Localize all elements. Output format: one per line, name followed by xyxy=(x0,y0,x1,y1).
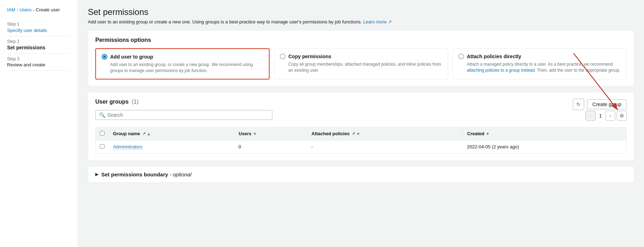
prev-page-button[interactable]: ‹ xyxy=(586,111,595,121)
option-add-to-group[interactable]: Add user to group Add user to an existin… xyxy=(95,48,270,79)
sidebar: IAM › Users › Create user Step 1 Specify… xyxy=(0,0,78,247)
option-attach-directly-label: Attach policies directly xyxy=(467,54,521,59)
option-copy-permissions[interactable]: Copy permissions Copy all group membersh… xyxy=(274,48,448,79)
radio-copy-permissions xyxy=(280,54,286,59)
breadcrumb-current: Create user xyxy=(36,7,60,12)
sidebar-step3: Step 3 Review and create xyxy=(7,54,70,71)
refresh-button[interactable]: ↻ xyxy=(573,99,584,110)
breadcrumb-sep1: › xyxy=(17,7,18,12)
page-description: Add user to an existing group or create … xyxy=(88,19,634,24)
spacer xyxy=(88,188,634,247)
create-group-button[interactable]: Create group xyxy=(587,99,627,109)
breadcrumb: IAM › Users › Create user xyxy=(7,7,70,12)
sidebar-step2: Step 2 Set permissions xyxy=(7,36,70,54)
radio-attach-directly xyxy=(458,54,464,59)
sidebar-step1: Step 1 Specify user details xyxy=(7,19,70,36)
th-attached-policies: Attached policies ↗ ▼ xyxy=(307,127,463,141)
table-row: Administrators 0 - 2022-04-05 (2 years a… xyxy=(96,140,626,153)
breadcrumb-users[interactable]: Users xyxy=(19,7,32,12)
row-attached-policies: - xyxy=(307,140,463,153)
step1-link[interactable]: Specify user details xyxy=(7,28,47,33)
th-created: Created ▼ xyxy=(463,127,626,141)
groups-title: User groups (1) xyxy=(95,99,139,105)
search-bar[interactable]: 🔍 xyxy=(95,110,272,120)
main-content: Set permissions Add user to an existing … xyxy=(78,0,644,247)
next-page-button[interactable]: › xyxy=(605,111,615,121)
permissions-boundary-card: ▶ Set permissions boundary - optional xyxy=(88,166,634,183)
search-input[interactable] xyxy=(107,112,269,118)
group-name-link[interactable]: Administrators xyxy=(113,144,142,150)
row-checkbox-cell xyxy=(96,140,109,153)
groups-search-row: 🔍 ‹ 1 › ⚙ xyxy=(95,110,627,124)
row-created: 2022-04-05 (2 years ago) xyxy=(463,140,626,153)
step3-text: Review and create xyxy=(7,62,70,67)
groups-count: (1) xyxy=(132,99,139,105)
learn-more-link[interactable]: Learn more ↗ xyxy=(363,19,392,24)
permissions-options-title: Permissions options xyxy=(95,37,627,43)
boundary-header[interactable]: ▶ Set permissions boundary - optional xyxy=(95,171,627,177)
row-group-name: Administrators xyxy=(109,140,234,153)
pagination-area: ‹ 1 › ⚙ xyxy=(586,111,627,121)
page-number: 1 xyxy=(597,113,604,119)
filter-policies-icon[interactable]: ▼ xyxy=(356,132,360,136)
sort-group-name-icon[interactable]: ▲ xyxy=(147,132,151,136)
filter-users-icon[interactable]: ▼ xyxy=(253,132,257,136)
filter-created-icon[interactable]: ▼ xyxy=(486,132,490,136)
select-all-checkbox[interactable] xyxy=(100,131,104,136)
boundary-optional: - optional xyxy=(170,171,192,177)
table-header-row: Group name ↗ ▲ Users ▼ xyxy=(96,127,626,141)
groups-header-row: User groups (1) ↻ Create group xyxy=(95,99,627,110)
permission-options-group: Add user to group Add user to an existin… xyxy=(95,48,627,79)
option-copy-permissions-label: Copy permissions xyxy=(288,54,331,59)
row-checkbox[interactable] xyxy=(100,144,104,149)
option-add-to-group-label: Add user to group xyxy=(110,54,153,60)
step1-label: Step 1 xyxy=(7,22,70,27)
ext-link-icon2: ↗ xyxy=(352,131,355,136)
groups-table: Group name ↗ ▲ Users ▼ xyxy=(96,127,626,153)
breadcrumb-iam[interactable]: IAM xyxy=(7,7,15,12)
groups-table-container: Group name ↗ ▲ Users ▼ xyxy=(95,127,627,154)
boundary-chevron-icon: ▶ xyxy=(95,172,98,177)
user-groups-card: User groups (1) ↻ Create group 🔍 ‹ xyxy=(88,92,634,160)
table-settings-button[interactable]: ⚙ xyxy=(617,111,627,121)
step3-label: Step 3 xyxy=(7,56,70,61)
option-attach-directly-desc: Attach a managed policy directly to a us… xyxy=(467,61,621,73)
groups-actions: ↻ Create group xyxy=(573,99,627,110)
permissions-options-card: Permissions options Add user to group Ad… xyxy=(88,30,634,86)
radio-add-to-group xyxy=(102,54,107,60)
step2-current: Set permissions xyxy=(7,45,70,50)
breadcrumb-sep2: › xyxy=(33,7,34,12)
th-group-name: Group name ↗ ▲ xyxy=(109,127,234,141)
option-add-to-group-desc: Add user to an existing group, or create… xyxy=(110,62,263,74)
refresh-icon: ↻ xyxy=(576,101,581,107)
ext-link-icon: ↗ xyxy=(142,131,146,136)
search-icon: 🔍 xyxy=(99,112,105,118)
option-copy-permissions-desc: Copy all group memberships, attached man… xyxy=(288,61,442,73)
row-users: 0 xyxy=(234,140,307,153)
groups-table-body: Administrators 0 - 2022-04-05 (2 years a… xyxy=(96,140,626,153)
step2-label: Step 2 xyxy=(7,39,70,44)
th-checkbox xyxy=(96,127,109,141)
boundary-title: Set permissions boundary - optional xyxy=(101,171,191,177)
option-attach-directly[interactable]: Attach policies directly Attach a manage… xyxy=(452,48,627,79)
page-title: Set permissions xyxy=(88,7,634,17)
th-users: Users ▼ xyxy=(234,127,307,141)
